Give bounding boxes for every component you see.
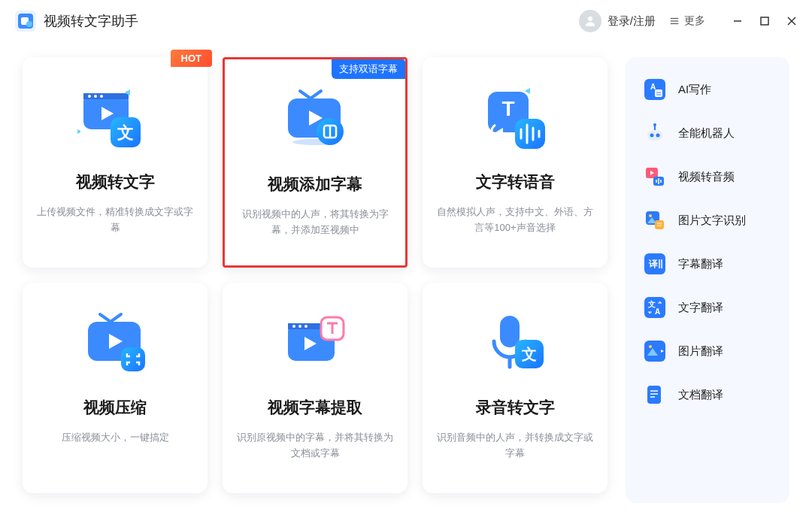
svg-rect-51	[655, 89, 662, 97]
svg-point-80	[649, 345, 652, 348]
feature-grid: HOT 文 视频转文字 上传视频文件，精准转换成文字或字幕 支持双语字幕	[23, 57, 607, 503]
minimize-button[interactable]	[732, 16, 743, 26]
card-title: 视频转文字	[76, 171, 155, 192]
card-desc: 识别原视频中的字幕，并将其转换为文档或字幕	[236, 430, 394, 462]
svg-point-39	[298, 325, 301, 328]
ai-write-icon: A	[644, 78, 666, 101]
badge-subtitle: 支持双语字幕	[332, 59, 405, 79]
svg-point-38	[292, 325, 295, 328]
sidebar-item-ai-write[interactable]: A AI写作	[636, 69, 779, 110]
card-add-subtitles[interactable]: 支持双语字幕 视频添加字幕 识别视频中的人声，将其转换为字幕，并添加至视频中	[223, 57, 408, 268]
card-desc: 自然模拟人声，支持中文、外语、方言等100+声音选择	[436, 204, 594, 236]
more-label: 更多	[684, 14, 705, 28]
badge-hot: HOT	[171, 50, 212, 67]
sidebar-item-ocr[interactable]: 图片文字识别	[636, 200, 779, 241]
close-button[interactable]	[786, 16, 797, 26]
svg-point-2	[26, 21, 32, 27]
card-title: 文字转语音	[476, 171, 555, 192]
svg-text:译: 译	[648, 259, 659, 269]
sidebar-item-label: 图片翻译	[678, 344, 723, 359]
login-label: 登录/注册	[607, 14, 656, 29]
text-translate-icon: 文A	[644, 296, 666, 319]
main-content: HOT 文 视频转文字 上传视频文件，精准转换成文字或字幕 支持双语字幕	[0, 42, 812, 518]
menu-icon	[669, 16, 680, 26]
card-title: 视频字幕提取	[268, 397, 362, 418]
sub-translate-icon: 译	[644, 253, 666, 275]
sidebar-item-label: 图片文字识别	[678, 214, 746, 228]
titlebar-right: 登录/注册 更多	[579, 10, 797, 32]
text-to-speech-icon: T	[477, 78, 553, 161]
svg-point-58	[653, 123, 656, 126]
svg-rect-45	[500, 316, 520, 347]
card-title: 视频添加字幕	[268, 174, 362, 195]
svg-point-40	[304, 325, 308, 328]
card-text-to-speech[interactable]: T 文字转语音 自然模拟人声，支持中文、外语、方言等100+声音选择	[423, 57, 607, 268]
svg-point-55	[650, 134, 654, 138]
sidebar-item-doc-translate[interactable]: 文档翻译	[636, 374, 779, 415]
maximize-button[interactable]	[759, 16, 770, 26]
window-controls	[732, 16, 797, 26]
sidebar-item-robot[interactable]: 全能机器人	[636, 113, 779, 153]
sidebar-item-sub-translate[interactable]: 译 字幕翻译	[636, 244, 779, 284]
video-compress-icon	[77, 304, 153, 386]
add-subtitles-icon	[277, 80, 353, 163]
svg-rect-28	[515, 119, 545, 149]
sidebar-item-label: 文档翻译	[678, 388, 723, 402]
app-logo	[15, 11, 36, 32]
svg-marker-86	[661, 395, 664, 398]
card-desc: 识别视频中的人声，将其转换为字幕，并添加至视频中	[238, 207, 392, 238]
login-button[interactable]: 登录/注册	[579, 10, 656, 32]
card-title: 录音转文字	[476, 397, 555, 418]
card-subtitle-extract[interactable]: 视频字幕提取 识别原视频中的字幕，并将其转换为文档或字幕	[223, 283, 408, 493]
card-title: 视频压缩	[83, 397, 147, 418]
sidebar-item-label: 字幕翻译	[678, 257, 723, 271]
svg-rect-82	[647, 386, 661, 404]
doc-translate-icon	[644, 383, 666, 406]
card-desc: 上传视频文件，精准转换成文字或字幕	[36, 204, 194, 236]
svg-point-15	[100, 95, 103, 98]
avatar-icon	[579, 10, 601, 32]
sidebar-item-video-audio[interactable]: 视频转音频	[636, 156, 779, 197]
svg-point-56	[656, 134, 660, 138]
video-audio-icon	[644, 165, 666, 188]
svg-text:文: 文	[521, 346, 537, 362]
sidebar-item-label: AI写作	[678, 83, 711, 97]
svg-point-66	[649, 214, 652, 217]
titlebar: 视频转文字助手 登录/注册 更多	[0, 0, 812, 42]
sidebar-item-label: 全能机器人	[678, 126, 735, 141]
svg-rect-8	[761, 17, 768, 25]
svg-point-14	[94, 95, 97, 98]
more-button[interactable]: 更多	[669, 14, 705, 28]
sidebar-item-label: 视频转音频	[678, 170, 735, 184]
svg-point-13	[88, 95, 91, 98]
card-video-to-text[interactable]: HOT 文 视频转文字 上传视频文件，精准转换成文字或字幕	[23, 57, 208, 268]
svg-text:A: A	[655, 307, 660, 316]
svg-text:A: A	[650, 83, 656, 91]
sidebar-item-image-translate[interactable]: 图片翻译	[636, 331, 779, 371]
sidebar-item-text-translate[interactable]: 文A 文字翻译	[636, 287, 779, 328]
audio-to-text-icon: 文	[477, 304, 553, 386]
svg-rect-35	[121, 347, 145, 371]
card-video-compress[interactable]: 视频压缩 压缩视频大小，一键搞定	[23, 283, 208, 493]
svg-text:文: 文	[117, 123, 134, 142]
card-audio-to-text[interactable]: 文 录音转文字 识别音频中的人声，并转换成文字或字幕	[423, 283, 607, 493]
card-desc: 压缩视频大小，一键搞定	[62, 430, 169, 446]
robot-icon	[644, 122, 666, 144]
subtitle-extract-icon	[277, 304, 353, 386]
ocr-icon	[644, 209, 666, 232]
app-title: 视频转文字助手	[44, 12, 138, 30]
svg-point-3	[588, 17, 592, 21]
sidebar: A AI写作 全能机器人 视频转音频 图片文字识别 译 字幕翻译 文A 文字翻译…	[626, 57, 789, 503]
card-desc: 识别音频中的人声，并转换成文字或字幕	[436, 430, 594, 462]
sidebar-item-label: 文字翻译	[678, 301, 723, 315]
svg-rect-54	[647, 130, 662, 141]
video-to-text-icon: 文	[77, 78, 153, 161]
image-translate-icon	[644, 340, 666, 362]
svg-text:T: T	[501, 97, 514, 120]
svg-rect-68	[655, 220, 664, 229]
